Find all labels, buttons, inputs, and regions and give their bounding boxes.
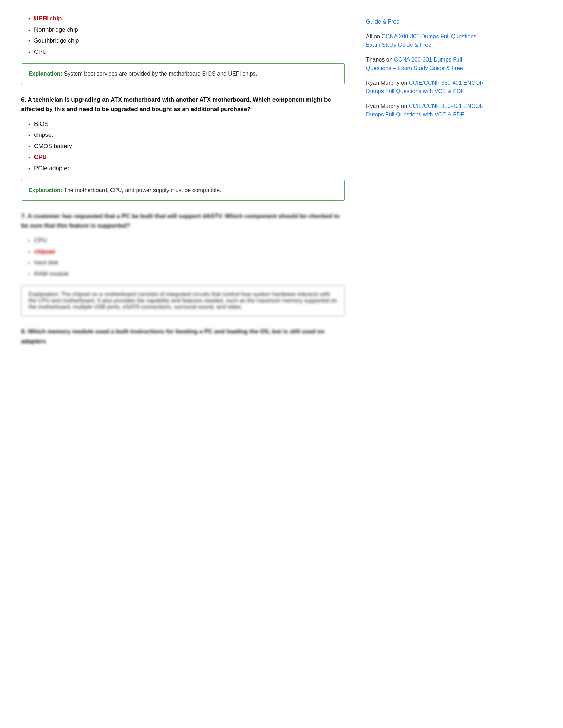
list-item: PCIe adapter <box>28 164 345 173</box>
comment-author: Ryan Murphy <box>366 80 399 86</box>
explanation7-text: The chipset on a motherboard consists of… <box>29 291 337 310</box>
list-item: CMOS battery <box>28 142 345 151</box>
comment-on: on <box>401 80 409 86</box>
main-content: UEFI chip Northbridge chip Southbridge c… <box>21 14 345 352</box>
item-text: hard disk <box>34 258 58 267</box>
item-text: CPU <box>34 47 47 57</box>
comment-on: on <box>386 57 394 63</box>
comment-author: Thanos <box>366 57 385 63</box>
list-item: CPU <box>28 236 345 245</box>
answer-text: chipset <box>34 247 55 256</box>
explanation6-label: Explanation: <box>29 187 62 193</box>
sidebar-comment-4: Ryan Murphy on CCIE/CCNP 350-401 ENCOR D… <box>366 102 486 119</box>
item-text: CMOS battery <box>34 142 72 151</box>
comment-link[interactable]: CCNA 200-301 Dumps Full Questions – Exam… <box>366 33 481 48</box>
question7-bullet-list: CPU chipset hard disk RAM module <box>28 236 345 278</box>
explanation6-text: The motherboard, CPU, and power supply m… <box>62 187 221 193</box>
sidebar-title-link[interactable]: Guide & Free <box>366 19 399 25</box>
question6-section: 6. A technician is upgrading an ATX moth… <box>21 95 345 201</box>
list-item: chipset <box>28 130 345 140</box>
comment-author: Ryan Murphy <box>366 103 399 109</box>
comment-on: on <box>374 33 381 39</box>
sidebar-comment-3: Ryan Murphy on CCIE/CCNP 350-401 ENCOR D… <box>366 79 486 96</box>
explanation5-label: Explanation: <box>29 71 62 77</box>
answer-text: UEFI chip <box>34 14 62 23</box>
list-item: Southbridge chip <box>28 36 345 45</box>
sidebar: Guide & Free All on CCNA 200-301 Dumps F… <box>366 14 486 352</box>
explanation7-box: Explanation: The chipset on a motherboar… <box>21 285 345 316</box>
question7-text: 7. A customer has requested that a PC be… <box>21 211 345 230</box>
explanation6-box: Explanation: The motherboard, CPU, and p… <box>21 180 345 201</box>
explanation5-text: System boot services are provided by the… <box>62 71 257 77</box>
question5-bullet-list: UEFI chip Northbridge chip Southbridge c… <box>28 14 345 56</box>
list-item: UEFI chip <box>28 14 345 23</box>
sidebar-comment-1: All on CCNA 200-301 Dumps Full Questions… <box>366 32 486 49</box>
question8-text: 8. Which memory module used a built inst… <box>21 327 345 346</box>
sidebar-title: Guide & Free <box>366 18 486 26</box>
sidebar-comment-2: Thanos on CCNA 200-301 Dumps Full Questi… <box>366 56 486 72</box>
question7-section: 7. A customer has requested that a PC be… <box>21 211 345 278</box>
page-wrapper: UEFI chip Northbridge chip Southbridge c… <box>0 0 563 366</box>
item-text: BIOS <box>34 120 49 129</box>
list-item: chipset <box>28 247 345 256</box>
item-text: CPU <box>34 236 47 245</box>
list-item: RAM module <box>28 269 345 279</box>
item-text: Southbridge chip <box>34 36 79 45</box>
question6-bullet-list: BIOS chipset CMOS battery CPU PCIe adapt… <box>28 120 345 173</box>
item-text: RAM module <box>34 269 69 279</box>
explanation5-box: Explanation: System boot services are pr… <box>21 63 345 84</box>
comment-author: All <box>366 33 372 39</box>
item-text: PCIe adapter <box>34 164 69 173</box>
list-item: CPU <box>28 153 345 162</box>
answer-text: CPU <box>34 153 47 162</box>
list-item: BIOS <box>28 120 345 129</box>
list-item: hard disk <box>28 258 345 267</box>
list-item: Northbridge chip <box>28 25 345 34</box>
item-text: Northbridge chip <box>34 25 78 34</box>
question5-bullets-section: UEFI chip Northbridge chip Southbridge c… <box>21 14 345 84</box>
question8-section: 8. Which memory module used a built inst… <box>21 327 345 346</box>
explanation7-label: Explanation: <box>29 291 59 297</box>
comment-on: on <box>401 103 409 109</box>
question6-text: 6. A technician is upgrading an ATX moth… <box>21 95 345 114</box>
list-item: CPU <box>28 47 345 57</box>
item-text: chipset <box>34 130 53 140</box>
